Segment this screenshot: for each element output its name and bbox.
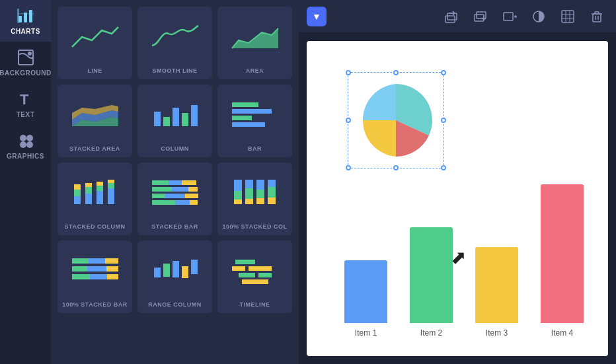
svg-rect-18: [232, 109, 272, 114]
handle-tl[interactable]: [346, 70, 351, 75]
chart-tile-range-column[interactable]: RANGE COLUMN: [137, 240, 212, 313]
svg-rect-16: [191, 105, 198, 126]
chart-tile-smooth-line[interactable]: SMOOTH LINE: [137, 7, 212, 79]
chart-icon-100-stacked-bar: [60, 244, 130, 297]
sidebar-item-graphics[interactable]: GRAPHICS: [0, 125, 51, 166]
svg-rect-12: [154, 112, 161, 126]
svg-point-8: [20, 135, 26, 141]
svg-rect-69: [173, 261, 179, 277]
svg-rect-82: [477, 12, 486, 18]
sidebar-label-background: BACKGROUND: [0, 69, 52, 77]
svg-rect-20: [232, 122, 265, 127]
texture-button[interactable]: [557, 7, 579, 26]
handle-tr[interactable]: [441, 70, 446, 75]
handle-bm[interactable]: [393, 165, 399, 170]
sidebar-label-charts: CHARTS: [11, 28, 40, 35]
svg-rect-2: [29, 10, 32, 22]
text-icon: T: [17, 90, 35, 108]
layer-up-button[interactable]: [440, 7, 463, 26]
svg-rect-34: [169, 180, 182, 185]
svg-rect-15: [182, 113, 188, 126]
handle-bl[interactable]: [346, 165, 351, 170]
chart-tile-area[interactable]: AREA: [217, 7, 292, 79]
svg-rect-74: [249, 266, 272, 271]
bar-label-item1: Item 1: [355, 328, 377, 338]
svg-rect-27: [96, 191, 103, 204]
svg-rect-84: [504, 13, 513, 20]
svg-rect-88: [562, 11, 574, 22]
chart-tile-label-area: AREA: [246, 67, 264, 74]
bar-label-item4: Item 4: [551, 328, 573, 338]
svg-rect-42: [152, 200, 175, 205]
chart-tile-label-range-column: RANGE COLUMN: [148, 301, 202, 308]
svg-rect-24: [85, 194, 92, 204]
contrast-button[interactable]: [527, 7, 550, 26]
svg-rect-72: [235, 260, 255, 264]
chart-tile-label-100-stacked-col: 100% STACKED COL: [223, 223, 288, 230]
chart-tile-stacked-area[interactable]: STACKED AREA: [58, 85, 132, 157]
bar-item3: [475, 247, 518, 323]
svg-rect-29: [96, 182, 103, 186]
graphics-icon: [17, 131, 35, 150]
svg-rect-79: [447, 13, 457, 20]
svg-rect-14: [173, 108, 179, 126]
chart-tile-label-column: COLUMN: [161, 145, 189, 152]
chart-grid: LINE SMOOTH LINE AREA: [58, 7, 292, 313]
svg-rect-59: [105, 258, 118, 264]
chart-icon-stacked-column: [60, 166, 130, 219]
svg-rect-40: [165, 194, 185, 198]
sidebar-item-charts[interactable]: CHARTS: [0, 0, 51, 42]
svg-rect-33: [152, 180, 169, 185]
chart-icon-area: [220, 11, 289, 63]
delete-button[interactable]: [586, 7, 608, 26]
svg-rect-75: [239, 273, 255, 277]
handle-mr[interactable]: [441, 118, 446, 123]
bar-label-item3: Item 3: [486, 328, 508, 338]
chart-tile-line[interactable]: LINE: [58, 7, 132, 79]
svg-rect-78: [445, 16, 455, 22]
chart-tile-column[interactable]: COLUMN: [137, 85, 212, 157]
svg-rect-41: [185, 194, 198, 198]
chart-tile-100-stacked-bar[interactable]: 100% STACKED BAR: [58, 240, 132, 313]
svg-rect-37: [172, 187, 188, 192]
svg-rect-31: [108, 183, 114, 188]
canvas-area[interactable]: Item 1 Item 2 Item 3 Item 4 ⬈: [307, 41, 608, 356]
chart-tile-label-bar: BAR: [248, 145, 262, 152]
svg-rect-71: [191, 260, 198, 274]
svg-rect-76: [258, 273, 272, 277]
chart-tile-label-line: LINE: [87, 67, 102, 74]
chart-icon-line: [60, 11, 130, 63]
svg-rect-13: [163, 117, 170, 126]
chart-tile-timeline[interactable]: TIMELINE: [217, 240, 292, 313]
chart-tile-100-stacked-col[interactable]: 100% STACKED COL: [217, 163, 292, 235]
chart-tile-label-timeline: TIMELINE: [240, 301, 270, 308]
chart-tile-label-stacked-bar: STACKED BAR: [151, 223, 198, 230]
svg-rect-53: [256, 198, 264, 204]
sidebar-item-text[interactable]: T TEXT: [0, 83, 51, 125]
chevron-down-button[interactable]: ▼: [307, 7, 327, 26]
handle-br[interactable]: [441, 165, 446, 170]
layer-down-button[interactable]: [469, 7, 492, 26]
svg-rect-23: [74, 184, 81, 190]
svg-rect-3: [18, 13, 34, 15]
add-element-button[interactable]: [498, 7, 521, 26]
chart-tile-label-stacked-area: STACKED AREA: [69, 145, 120, 152]
svg-rect-43: [175, 200, 190, 205]
sidebar-item-background[interactable]: BACKGROUND: [0, 42, 51, 83]
bar-item2: [410, 227, 453, 323]
chart-tile-bar[interactable]: BAR: [217, 85, 292, 157]
svg-rect-47: [234, 200, 242, 204]
chart-tile-stacked-bar[interactable]: STACKED BAR: [137, 163, 212, 235]
chart-icon-stacked-bar: [140, 166, 210, 219]
handle-ml[interactable]: [346, 118, 351, 123]
pie-chart-container[interactable]: [353, 77, 439, 166]
chart-tile-stacked-column[interactable]: STACKED COLUMN: [58, 163, 132, 235]
handle-top[interactable]: [393, 70, 399, 75]
chart-tile-label-smooth-line: SMOOTH LINE: [153, 67, 198, 74]
main-area: ▼: [299, 0, 616, 364]
bar-label-item2: Item 2: [420, 328, 442, 338]
svg-rect-44: [190, 200, 198, 205]
toolbar: ▼: [299, 0, 616, 33]
pie-chart: [353, 77, 439, 163]
chart-icon-range-column: [140, 244, 210, 297]
